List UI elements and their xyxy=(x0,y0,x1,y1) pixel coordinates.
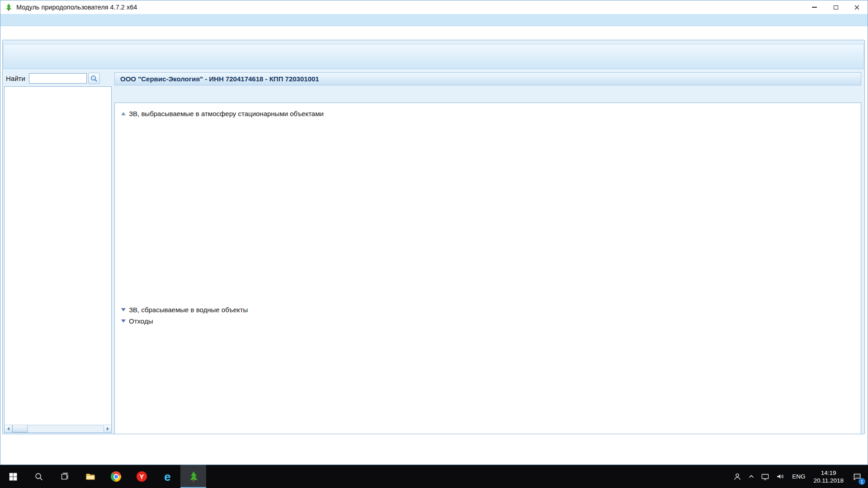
section-title: Отходы xyxy=(129,317,153,325)
window-title: Модуль природопользователя 4.7.2 x64 xyxy=(16,4,137,11)
expand-icon[interactable] xyxy=(121,308,125,311)
date: 20.11.2018 xyxy=(813,477,844,484)
file-explorer-icon[interactable] xyxy=(77,465,103,488)
notification-badge: 1 xyxy=(859,478,865,485)
notifications-icon[interactable]: 1 xyxy=(847,465,867,488)
sidebar: Найти xyxy=(4,72,112,433)
main-area: ООО "Сервис-Экология" - ИНН 7204174618 -… xyxy=(114,72,861,434)
people-icon[interactable] xyxy=(730,465,745,488)
app-module-taskbar-icon[interactable] xyxy=(180,465,206,488)
section-waste[interactable]: Отходы xyxy=(121,316,153,326)
section-title: ЗВ, выбрасываемые в атмосферу стационарн… xyxy=(129,110,324,117)
task-view-icon[interactable] xyxy=(52,465,77,488)
pollutants-tab-content: ЗВ, выбрасываемые в атмосферу стационарн… xyxy=(114,103,861,434)
search-label: Найти xyxy=(6,75,25,82)
network-icon[interactable] xyxy=(758,465,773,488)
scroll-left-arrow[interactable] xyxy=(5,425,12,432)
section-water[interactable]: ЗВ, сбрасываемые в водные объекты xyxy=(121,305,248,314)
section-atmosphere[interactable]: ЗВ, выбрасываемые в атмосферу стационарн… xyxy=(121,108,324,118)
tree-horizontal-scrollbar[interactable] xyxy=(5,425,111,432)
app-window: Модуль природопользователя 4.7.2 x64 Най… xyxy=(0,0,868,465)
maximize-button[interactable] xyxy=(825,0,846,14)
expand-icon[interactable] xyxy=(121,319,125,323)
section-title: ЗВ, сбрасываемые в водные объекты xyxy=(129,306,248,314)
detail-tabstrip xyxy=(118,89,861,103)
search-button[interactable] xyxy=(88,73,100,84)
yandex-browser-icon[interactable]: Y xyxy=(129,465,155,488)
app-tree-icon xyxy=(5,3,13,11)
minimize-button[interactable] xyxy=(804,0,825,14)
titlebar: Модуль природопользователя 4.7.2 x64 xyxy=(0,0,868,14)
collapse-icon[interactable] xyxy=(121,112,125,115)
close-window-button[interactable] xyxy=(846,0,868,14)
clock[interactable]: 14:19 20.11.2018 xyxy=(810,465,847,488)
edge-icon[interactable]: e xyxy=(155,465,180,488)
scroll-thumb[interactable] xyxy=(12,425,28,432)
org-header-bar: ООО "Сервис-Экология" - ИНН 7204174618 -… xyxy=(114,72,861,85)
chrome-icon[interactable] xyxy=(103,465,129,488)
org-tree xyxy=(4,86,112,433)
volume-icon[interactable] xyxy=(773,465,788,488)
search-input[interactable] xyxy=(29,73,87,84)
start-button[interactable] xyxy=(0,465,26,488)
org-header-title: ООО "Сервис-Экология" - ИНН 7204174618 -… xyxy=(120,75,319,83)
app-tabstrip xyxy=(0,26,868,40)
taskbar: Y e ENG 14:19 20.11.2018 1 xyxy=(0,465,868,488)
menubar xyxy=(0,14,868,26)
time: 14:19 xyxy=(813,469,844,477)
hidden-icons-chevron[interactable] xyxy=(745,465,758,488)
language-indicator[interactable]: ENG xyxy=(788,465,810,488)
taskbar-search-icon[interactable] xyxy=(26,465,52,488)
toolbar xyxy=(3,44,864,69)
scroll-right-arrow[interactable] xyxy=(104,425,111,432)
